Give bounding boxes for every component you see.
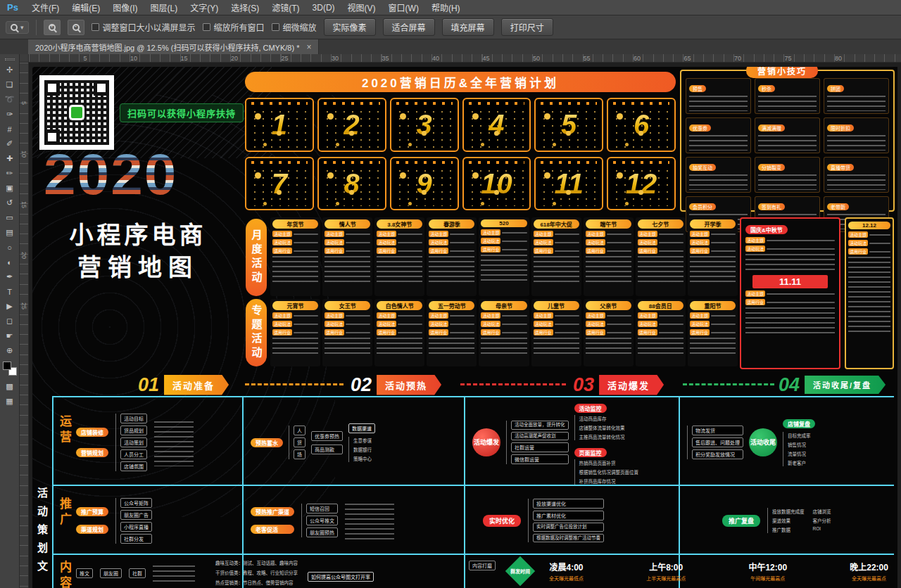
tip-card-title: 老带新 bbox=[827, 203, 849, 210]
menu-item[interactable]: 文件(F) bbox=[25, 0, 65, 15]
screen-mode-button[interactable]: ▦ bbox=[2, 395, 18, 408]
placeholder-text bbox=[758, 96, 817, 111]
move-tool-icon[interactable]: ✢ bbox=[2, 63, 18, 77]
tag-industry: 适用行业 bbox=[745, 299, 765, 305]
tip-card-title: 分销裂变 bbox=[758, 164, 785, 171]
marquee-tool-icon[interactable]: ❏ bbox=[2, 78, 18, 91]
calendar-month: 9 bbox=[390, 157, 459, 211]
placeholder-text bbox=[659, 234, 683, 235]
mindmap-operations-prepare: 店铺装修 营销规划 活动目标 货品规划 活动策划 人员分工 店铺氛围 bbox=[76, 403, 194, 482]
fill-screen-button[interactable]: 填充屏幕 bbox=[442, 18, 494, 36]
placeholder-text bbox=[294, 332, 318, 333]
dashed-connector bbox=[245, 383, 344, 385]
tab-close-icon[interactable]: × bbox=[306, 42, 311, 52]
grid-line bbox=[52, 554, 894, 555]
row-label-promotion: 推广 bbox=[56, 497, 73, 528]
shape-tool-icon[interactable]: ◻ bbox=[2, 314, 18, 328]
tag-industry: 适用行业 bbox=[429, 248, 448, 254]
tip-card-title: 预售 bbox=[689, 85, 706, 92]
map-node: 微信群运营 bbox=[511, 454, 569, 464]
resize-windows-checkbox[interactable]: 调整窗口大小以满屏显示 bbox=[92, 21, 196, 33]
calendar-month: 7 bbox=[245, 157, 314, 211]
menu-item[interactable]: 视图(V) bbox=[341, 0, 382, 15]
eraser-tool-icon[interactable]: ▭ bbox=[2, 211, 18, 224]
zoom-tool-icon[interactable]: ⊕ bbox=[2, 344, 18, 357]
timeline-note: 上半天曝光最高点 bbox=[646, 575, 686, 582]
menu-item[interactable]: 选择(S) bbox=[225, 0, 265, 15]
healing-brush-tool-icon[interactable]: ✚ bbox=[2, 152, 18, 165]
month-number: 2 bbox=[319, 109, 385, 141]
weekday-row bbox=[396, 102, 453, 105]
map-node: 根据数据及时调整推广活动节奏 bbox=[533, 534, 604, 542]
tag-industry: 适用行业 bbox=[481, 246, 500, 253]
placeholder-text bbox=[398, 242, 422, 243]
history-brush-tool-icon[interactable]: ↺ bbox=[2, 196, 18, 210]
path-selection-tool-icon[interactable]: ▶ bbox=[2, 300, 18, 313]
document-tab[interactable]: 2020小程序电商营销地图.jpg @ 12.5% (扫码可以获得小程序扶持, … bbox=[28, 39, 319, 54]
placeholder-text bbox=[429, 256, 474, 283]
timeline-item: 中午12:00 午间曝光最高点 bbox=[748, 561, 787, 582]
tag-play: 活动玩法 bbox=[586, 321, 605, 327]
actual-pixels-button[interactable]: 实际像素 bbox=[324, 18, 376, 36]
menu-item[interactable]: 帮助(H) bbox=[425, 0, 467, 15]
brush-tool-icon[interactable]: ✏ bbox=[2, 167, 18, 180]
color-swatches[interactable] bbox=[3, 362, 17, 376]
clone-stamp-tool-icon[interactable]: ▣ bbox=[2, 181, 18, 195]
dodge-tool-icon[interactable]: ◐ bbox=[2, 255, 18, 269]
mindmap-content-timeline: 内容打磨 群发时间 凌晨4:00 全天曝光最低点 上午8:00 上半天曝光最高点… bbox=[469, 561, 893, 582]
calendar-month: 2 bbox=[317, 98, 386, 152]
menu-item[interactable]: 图像(I) bbox=[106, 0, 144, 15]
calendar-month: 4 bbox=[462, 98, 531, 152]
activity-card: 88会员日 活动主题 活动玩法 适用行业 bbox=[636, 299, 686, 366]
menu-item[interactable]: 编辑(E) bbox=[65, 0, 106, 15]
activity-card: 五一劳动节 活动主题 活动玩法 适用行业 bbox=[427, 299, 477, 366]
fit-screen-button[interactable]: 适合屏幕 bbox=[383, 18, 435, 36]
zoom-all-windows-checkbox[interactable]: 缩放所有窗口 bbox=[203, 21, 265, 33]
print-size-button[interactable]: 打印尺寸 bbox=[501, 18, 553, 36]
menu-item[interactable]: 窗口(W) bbox=[382, 0, 425, 15]
map-node: 实时调整广告位投放计划 bbox=[533, 523, 604, 531]
activity-card-title: 母亲节 bbox=[481, 301, 527, 310]
map-node: 内容打磨 bbox=[469, 561, 496, 570]
quick-selection-tool-icon[interactable]: ✑ bbox=[2, 108, 18, 121]
map-item: 目标完成率 bbox=[788, 432, 815, 439]
placeholder-text bbox=[607, 315, 631, 317]
month-number: 4 bbox=[464, 109, 530, 141]
blur-tool-icon[interactable]: ○ bbox=[2, 241, 18, 254]
tip-card: 秒杀 bbox=[755, 78, 820, 114]
national-day-pill: 国庆&中秋节 bbox=[745, 225, 788, 234]
type-tool-icon[interactable]: T bbox=[2, 285, 18, 298]
pen-tool-icon[interactable]: ✒ bbox=[2, 270, 18, 283]
placeholder-text bbox=[398, 234, 422, 235]
map-item: 销售情况 bbox=[788, 441, 815, 448]
palette-grip[interactable] bbox=[5, 58, 15, 60]
lasso-tool-icon[interactable]: ➰ bbox=[2, 93, 18, 106]
mindmap-content-prepare: 推文 朋友圈 社群 bbox=[76, 561, 195, 586]
map-item: 生意参谋 bbox=[353, 437, 375, 444]
tag-play: 活动玩法 bbox=[690, 239, 710, 245]
tag-industry: 适用行业 bbox=[586, 248, 605, 254]
menu-item[interactable]: 图层(L) bbox=[144, 0, 184, 15]
crop-tool-icon[interactable]: # bbox=[2, 122, 18, 136]
activity-card-title: 重阳节 bbox=[690, 301, 736, 310]
map-node: 货品规划 bbox=[120, 426, 147, 435]
hand-tool-icon[interactable]: ☛ bbox=[2, 329, 18, 343]
current-tool-chip[interactable]: ▾ bbox=[6, 21, 29, 34]
activity-card-title: 年货节 bbox=[272, 219, 318, 229]
placeholder-text bbox=[325, 256, 370, 283]
canvas-area[interactable]: 扫码可以获得小程序扶持 2020 小程序电商 营销地图 2020营销日历&全年营… bbox=[29, 63, 901, 588]
menu-item[interactable]: 滤镜(T) bbox=[265, 0, 305, 15]
gradient-tool-icon[interactable]: ▤ bbox=[2, 226, 18, 239]
menu-item[interactable]: 3D(D) bbox=[306, 0, 341, 15]
month-number: 3 bbox=[391, 109, 458, 141]
zoom-in-button[interactable] bbox=[44, 20, 61, 35]
zoom-out-button[interactable] bbox=[68, 20, 84, 35]
foreground-color-swatch[interactable] bbox=[3, 362, 11, 370]
phase-number: 03 bbox=[573, 376, 594, 395]
menu-item[interactable]: 文字(Y) bbox=[184, 0, 225, 15]
eyedropper-tool-icon[interactable]: ✐ bbox=[2, 137, 18, 151]
scrubby-zoom-checkbox[interactable]: 细微缩放 bbox=[272, 21, 317, 33]
activity-card-title: 情人节 bbox=[325, 219, 370, 229]
weekday-row bbox=[469, 102, 525, 105]
quick-mask-button[interactable]: ▩ bbox=[2, 380, 18, 393]
